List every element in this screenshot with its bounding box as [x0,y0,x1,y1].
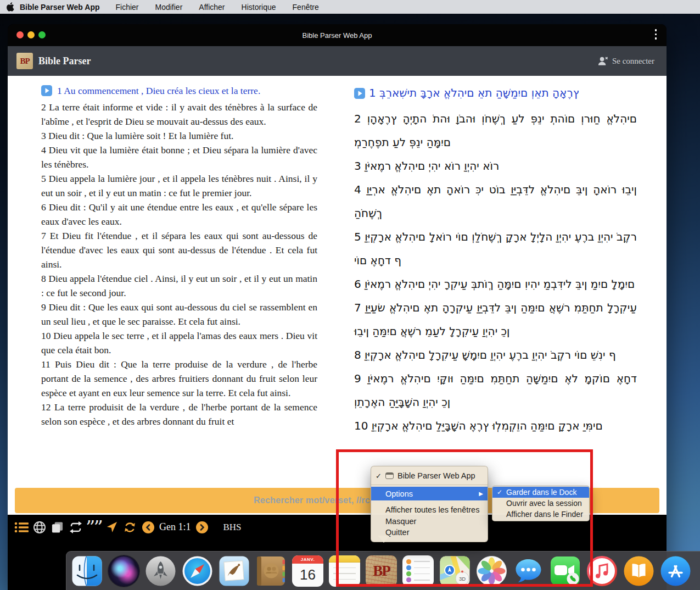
hebrew-verse-2[interactable]: 2 וְהָאָרֶץ הָיְתָה תֹהוּ וָבֹהוּ וְחֹשֶ… [354,107,637,154]
hebrew-verse-4[interactable]: 4 וַיַּרְא אֱלֹהִים אֶת הָאוֹר כִּי טוֹב… [354,178,637,225]
dock-icon-music[interactable] [586,555,618,587]
sign-in-label: Se connecter [612,57,654,66]
window-icon [385,472,394,479]
copy-icon[interactable] [48,521,66,534]
menubar-items: FichierModifierAfficherHistoriqueFenêtre [107,3,327,12]
dock-icon-mail[interactable] [219,555,250,587]
french-verse-3[interactable]: 3 Dieu dit : Que la lumière soit ! Et la… [41,129,317,143]
hebrew-verse-5[interactable]: 5 וַיִּקְרָא אֱלֹהִים לָאוֹר יוֹם וְלַחֹ… [354,225,637,272]
next-verse-button[interactable] [193,521,211,533]
hebrew-verse-10[interactable]: 10 וַיִּקְרָא אֱלֹהִים לַיַּבָּשָׁה אֶרֶ… [354,414,637,438]
dock-icon-siri[interactable] [108,555,139,587]
french-verse-10[interactable]: 10 Dieu appela le sec terre , et il appe… [41,329,317,357]
dock-icon-app-store[interactable] [660,555,691,587]
calendar-day-label: 16 [292,564,323,587]
maps-3d-badge: 3D [459,575,466,581]
menubar-item-afficher[interactable]: Afficher [191,3,233,12]
french-verse-9[interactable]: 9 Dieu dit : Que les eaux qui sont au-de… [41,300,317,329]
quote-icon[interactable]: ”” [85,520,103,535]
minimize-window-button[interactable] [27,31,35,38]
hebrew-verse-8[interactable]: 8 וַיִּקְרָא אֱלֹהִים לָרָקִיעַ שָׁמָיִם… [354,343,637,367]
play-audio-button[interactable] [354,84,365,107]
dock-icon-maps[interactable]: 3D [439,555,471,587]
bible-text-panel: 1 Au commencement , Dieu créa les cieux … [8,76,667,488]
hebrew-verse-1[interactable]: 1 בְּרֵאשִׁית בָּרָא אֱלֹהִים אֵת הַשָּׁ… [354,81,637,107]
repeat-icon[interactable] [66,521,85,534]
hebrew-verse-6[interactable]: 6 וַיֹּאמֶר אֱלֹהִים יְהִי רָקִיעַ בְּתו… [354,272,637,296]
context-menu-app-label: Bible Parser Web App [397,471,483,480]
french-verse-12[interactable]: 12 La terre produisit de la verdure , de… [41,400,317,428]
dock-icon-reminders[interactable] [402,555,434,587]
checkmark-icon: ✓ [497,488,506,496]
submenu-item-afficher[interactable]: Afficher dans le Finder [492,509,589,520]
play-audio-button[interactable] [41,85,52,100]
window-title: Bible Parser Web App [303,31,372,40]
macos-menubar: Bible Parser Web App FichierModifierAffi… [0,0,700,14]
hebrew-verse-7[interactable]: 7 וַיַּעַשׂ אֱלֹהִים אֶת הָרָקִיעַ וַיַּ… [354,296,637,343]
dock-icon-contacts[interactable] [255,555,287,587]
dock-context-submenu: ✓Garder dans le DockOuvrir avec la sessi… [492,486,590,521]
bible-version-label[interactable]: BHS [223,522,242,533]
menubar-item-fichier[interactable]: Fichier [107,3,147,12]
dock-icon-photos[interactable] [476,555,507,587]
bible-parser-dock-label: BP [373,563,390,580]
menubar-item-historique[interactable]: Historique [233,3,284,12]
options-label: Options [385,489,479,498]
sync-icon[interactable] [121,521,139,534]
list-icon[interactable] [12,521,30,533]
submenu-item-label: Ouvrir avec la session [506,499,582,508]
calendar-month-label: JANV. [292,555,323,564]
dock-icon-books[interactable] [623,555,654,587]
window-titlebar[interactable]: Bible Parser Web App [8,24,667,46]
context-menu-item-afficher[interactable]: Afficher toutes les fenêtres [371,504,488,516]
macos-dock: JANV. 16 BP 3D [66,551,700,590]
prev-verse-button[interactable] [139,521,157,533]
hebrew-verse-3[interactable]: 3 וַיֹּאמֶר אֱלֹהִים יְהִי אוֹר וַיְהִי … [354,154,637,178]
menu-separator [371,485,488,485]
dock-icon-finder[interactable] [71,555,103,587]
context-menu-item-options[interactable]: Options▶ [371,487,488,500]
dock-icon-bible-parser[interactable]: BP [366,555,397,587]
submenu-item-ouvrir[interactable]: Ouvrir avec la session [492,498,589,509]
dock-icon-calendar[interactable]: JANV. 16 [292,555,323,587]
dock-icon-facetime[interactable] [550,555,581,587]
french-verse-4[interactable]: 4 Dieu vit que la lumière était bonne ; … [41,143,317,171]
verse-reference[interactable]: Gen 1:1 [159,521,191,533]
user-x-icon [597,56,609,66]
menubar-item-modifier[interactable]: Modifier [147,3,191,12]
context-menu-item-masquer[interactable]: Masquer [371,516,488,527]
close-window-button[interactable] [16,31,24,38]
traffic-lights [16,31,46,38]
french-verse-5[interactable]: 5 Dieu appela la lumière jour , et il ap… [41,171,317,200]
app-header: BP Bible Parser Se connecter [8,46,667,76]
apple-menu-icon[interactable] [0,2,20,12]
dock-icon-notes[interactable] [329,555,360,587]
french-verse-1[interactable]: 1 Au commencement , Dieu créa les cieux … [41,84,317,100]
submenu-item-garder[interactable]: ✓Garder dans le Dock [492,487,589,498]
menubar-app-name[interactable]: Bible Parser Web App [20,3,99,12]
app-title: Bible Parser [38,55,91,67]
bible-parser-logo[interactable]: BP [16,53,33,69]
hebrew-verse-9[interactable]: 9 וַיֹּאמֶר אֱלֹהִים יִקָּווּ הַמַּיִם מ… [354,367,637,414]
menubar-item-fenêtre[interactable]: Fenêtre [284,3,327,12]
zoom-window-button[interactable] [38,31,46,38]
dock-icon-launchpad[interactable] [145,555,176,587]
dock-icon-messages[interactable] [513,555,544,587]
navigate-icon[interactable] [103,521,121,533]
kebab-menu-icon[interactable] [655,29,657,40]
submenu-item-label: Garder dans le Dock [506,488,576,497]
submenu-item-label: Afficher dans le Finder [506,510,583,519]
french-verse-8[interactable]: 8 Dieu appela l'étendue ciel . Ainsi, il… [41,271,317,300]
french-verse-6[interactable]: 6 Dieu dit : Qu'il y ait une étendue ent… [41,200,317,229]
menu-gap [371,500,488,504]
globe-icon[interactable] [30,521,48,534]
sign-in-button[interactable]: Se connecter [597,56,654,66]
submenu-arrow-icon: ▶ [479,491,483,497]
french-verse-11[interactable]: 11 Puis Dieu dit : Que la terre produise… [41,357,317,400]
dock-icon-safari[interactable] [182,555,213,587]
hebrew-text-column: 1 בְּרֵאשִׁית בָּרָא אֱלֹהִים אֵת הַשָּׁ… [354,81,637,438]
context-menu-item-app[interactable]: ✓Bible Parser Web App [371,469,488,483]
french-verse-7[interactable]: 7 Et Dieu fit l'étendue , et il sépara l… [41,229,317,271]
dock-context-menu: ✓Bible Parser Web AppOptions▶Afficher to… [371,466,488,542]
french-verse-2[interactable]: 2 La terre était informe et vide : il y … [41,100,317,129]
